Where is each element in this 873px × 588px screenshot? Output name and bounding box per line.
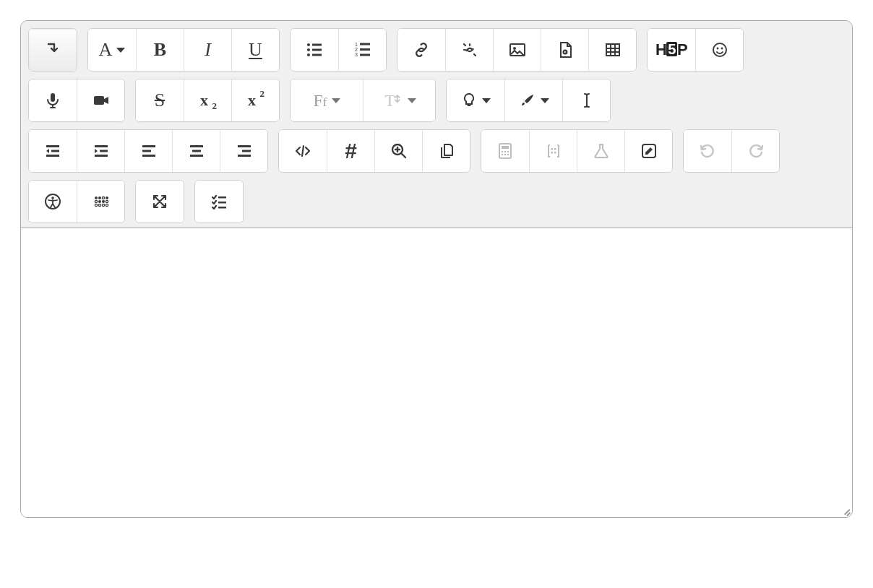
font-size-dropdown[interactable]: T	[363, 79, 435, 121]
hash-button[interactable]: #	[327, 130, 374, 172]
bold-button[interactable]: B	[136, 29, 184, 71]
svg-text:T: T	[384, 91, 395, 110]
align-right-icon	[236, 142, 253, 160]
align-left-button[interactable]	[124, 130, 172, 172]
record-audio-button[interactable]	[29, 79, 77, 121]
svg-point-18	[721, 48, 723, 50]
font-color-dropdown[interactable]	[447, 79, 504, 121]
ordered-list-button[interactable]: 123	[338, 29, 386, 71]
subscript-button[interactable]: x2	[184, 79, 231, 121]
italic-button[interactable]: I	[184, 29, 231, 71]
record-video-button[interactable]	[77, 79, 124, 121]
superscript-button[interactable]: x2	[231, 79, 279, 121]
svg-point-42	[504, 151, 507, 153]
redo-button[interactable]	[731, 130, 779, 172]
braille-icon	[93, 193, 110, 210]
redo-icon	[747, 142, 765, 160]
svg-rect-27	[100, 150, 108, 152]
unlink-icon	[461, 41, 478, 59]
html-source-button[interactable]	[279, 130, 327, 172]
copy-files-icon	[438, 142, 455, 160]
expand-icon	[151, 193, 168, 210]
clear-formatting-button[interactable]	[562, 79, 610, 121]
indent-button[interactable]	[77, 130, 124, 172]
svg-point-64	[102, 204, 104, 206]
align-center-button[interactable]	[172, 130, 220, 172]
chemistry-button[interactable]	[577, 130, 624, 172]
font-family-dropdown[interactable]: Ff	[291, 79, 363, 121]
paragraph-style-dropdown[interactable]: A	[88, 29, 136, 71]
manage-files-button[interactable]	[422, 130, 470, 172]
undo-button[interactable]	[684, 130, 731, 172]
unordered-list-button[interactable]	[291, 29, 338, 71]
svg-rect-9	[360, 43, 370, 46]
media-button[interactable]	[541, 29, 588, 71]
matrix-button[interactable]	[529, 130, 577, 172]
svg-point-56	[102, 196, 104, 199]
pencil-square-icon	[640, 142, 658, 160]
image-button[interactable]	[493, 29, 541, 71]
svg-point-16	[713, 43, 726, 56]
outdent-button[interactable]	[29, 130, 77, 172]
svg-point-44	[502, 154, 504, 156]
screen-reader-button[interactable]	[77, 181, 124, 222]
table-button[interactable]	[588, 29, 636, 71]
svg-point-61	[106, 200, 108, 202]
calculator-icon	[496, 142, 514, 160]
underline-button[interactable]: U	[231, 29, 279, 71]
indent-icon	[93, 142, 110, 160]
svg-rect-5	[312, 54, 322, 56]
h5p-button[interactable]: H5P	[648, 29, 695, 71]
accessibility-icon	[44, 193, 61, 210]
preview-button[interactable]	[374, 130, 422, 172]
svg-point-55	[98, 196, 101, 199]
svg-rect-29	[142, 145, 155, 147]
table-icon	[604, 41, 622, 59]
svg-rect-3	[312, 44, 322, 46]
link-button[interactable]	[397, 29, 445, 71]
chevron-down-icon	[116, 48, 125, 53]
toolbar-row-4	[28, 180, 845, 223]
chevron-down-icon	[482, 98, 491, 103]
matrix-icon	[545, 142, 562, 160]
font-family-icon: Ff	[313, 91, 327, 111]
svg-point-45	[504, 154, 507, 156]
emoji-button[interactable]	[695, 29, 743, 71]
strikethrough-button[interactable]: S	[136, 79, 184, 121]
svg-point-46	[507, 154, 509, 156]
svg-rect-28	[95, 155, 108, 157]
editor-content-area[interactable]	[21, 228, 852, 517]
checklist-button[interactable]	[195, 181, 243, 222]
svg-point-53	[51, 196, 54, 199]
link-icon	[413, 41, 430, 59]
align-left-icon	[140, 142, 158, 160]
svg-rect-32	[190, 145, 203, 147]
equation-button[interactable]	[481, 130, 529, 172]
svg-text:2: 2	[355, 47, 358, 52]
edit-button[interactable]	[624, 130, 672, 172]
outdent-icon	[44, 142, 61, 160]
paragraph-style-label: A	[99, 40, 113, 59]
svg-rect-49	[551, 152, 553, 154]
svg-rect-37	[238, 155, 251, 157]
svg-rect-22	[468, 105, 471, 106]
checklist-icon	[210, 193, 228, 210]
editor-toolbar: A B I U 123	[21, 21, 852, 228]
svg-rect-15	[606, 44, 619, 56]
svg-rect-68	[218, 207, 226, 209]
svg-point-54	[95, 196, 98, 199]
text-cursor-icon	[578, 92, 595, 109]
chevron-down-icon	[541, 98, 549, 103]
toggle-toolbar-button[interactable]	[29, 29, 77, 71]
align-right-button[interactable]	[220, 130, 267, 172]
svg-rect-47	[551, 148, 553, 150]
svg-rect-25	[46, 155, 59, 157]
svg-rect-36	[242, 150, 251, 152]
accessibility-checker-button[interactable]	[29, 181, 77, 222]
undo-icon	[699, 142, 716, 160]
fullscreen-button[interactable]	[136, 181, 184, 222]
unlink-button[interactable]	[445, 29, 493, 71]
background-color-dropdown[interactable]	[504, 79, 562, 121]
svg-rect-31	[142, 155, 155, 157]
toolbar-row-3: #	[28, 129, 845, 173]
